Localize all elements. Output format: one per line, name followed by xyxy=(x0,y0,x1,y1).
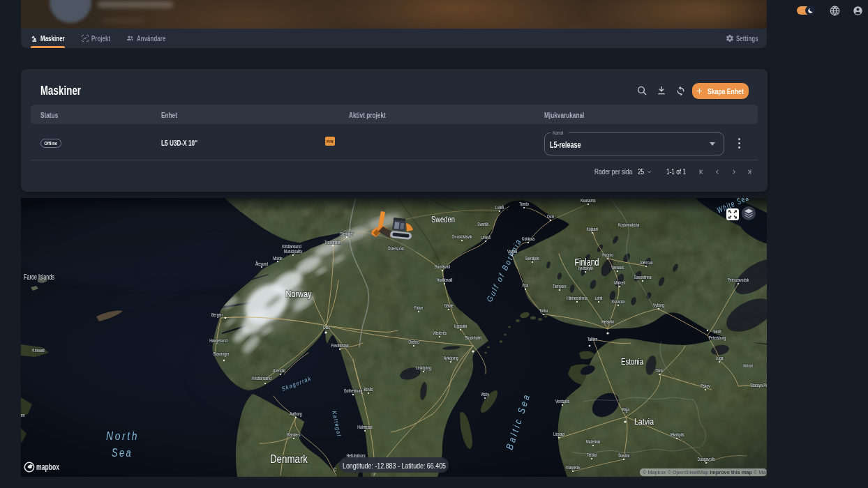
svg-text:© Mapbox © OpenStreetMap Impro: © Mapbox © OpenStreetMap Improve this ma… xyxy=(643,469,767,475)
svg-text:Molde: Molde xyxy=(273,256,283,261)
svg-text:Oslo: Oslo xyxy=(323,324,331,330)
svg-text:Steinkjer: Steinkjer xyxy=(340,231,354,237)
svg-text:Örebro: Örebro xyxy=(408,340,419,344)
svg-text:Bergen: Bergen xyxy=(211,312,223,318)
svg-text:Jēkabpils: Jēkabpils xyxy=(670,432,684,438)
svg-text:Luga: Luga xyxy=(715,356,723,361)
svg-text:Luleå: Luleå xyxy=(495,205,504,210)
svg-text:Daugavpils: Daugavpils xyxy=(698,457,715,462)
svg-text:Petrozavodsk: Petrozavodsk xyxy=(728,277,749,282)
svg-text:Stockholm: Stockholm xyxy=(465,335,481,341)
svg-text:Kirkwall: Kirkwall xyxy=(32,348,45,353)
svg-text:Riga: Riga xyxy=(622,406,630,413)
svg-text:Tornio: Tornio xyxy=(519,201,529,206)
svg-text:Östersund: Östersund xyxy=(387,246,403,251)
svg-text:Kristiansand: Kristiansand xyxy=(252,376,271,381)
svg-text:mapbox: mapbox xyxy=(36,462,59,472)
svg-text:Tartu: Tartu xyxy=(655,368,663,373)
svg-text:Sundsvall: Sundsvall xyxy=(435,264,450,269)
svg-text:Trondheim: Trondheim xyxy=(324,240,341,245)
svg-text:Oulu: Oulu xyxy=(547,214,555,219)
svg-text:Telšiai: Telšiai xyxy=(587,452,597,457)
svg-text:Falun: Falun xyxy=(414,305,424,310)
svg-text:North: North xyxy=(106,430,139,442)
svg-text:Denmark: Denmark xyxy=(270,453,308,465)
svg-text:Staraya Russa: Staraya Russa xyxy=(750,383,767,388)
svg-text:Pskov: Pskov xyxy=(701,383,710,388)
svg-text:Kristiansund: Kristiansund xyxy=(282,244,301,249)
svg-text:Fredrikstad: Fredrikstad xyxy=(331,343,348,348)
svg-text:Linköping: Linköping xyxy=(416,365,431,371)
svg-text:Visby: Visby xyxy=(481,392,490,397)
svg-text:Ålesund: Ålesund xyxy=(255,261,268,266)
svg-text:C: C xyxy=(334,466,336,473)
svg-text:Västerås: Västerås xyxy=(433,330,447,335)
svg-text:Vyborg: Vyborg xyxy=(653,303,664,308)
svg-text:Latvia: Latvia xyxy=(634,416,654,427)
svg-text:Halmstad: Halmstad xyxy=(357,425,372,429)
svg-text:Estonia: Estonia xyxy=(621,357,643,367)
svg-text:Municipality: Municipality xyxy=(284,249,303,254)
svg-text:Lahti: Lahti xyxy=(595,296,603,300)
svg-text:Sea: Sea xyxy=(112,447,133,459)
svg-text:Klaipėda: Klaipėda xyxy=(566,465,580,471)
svg-text:Mikkeli: Mikkeli xyxy=(614,280,625,285)
svg-text:Norway: Norway xyxy=(286,289,312,299)
svg-text:Kostomuksha: Kostomuksha xyxy=(618,222,640,227)
svg-text:Turku: Turku xyxy=(539,308,548,313)
svg-text:Haugesund: Haugesund xyxy=(209,338,227,344)
svg-text:Hudiksvall: Hudiksvall xyxy=(437,277,453,282)
svg-text:Faroe Islands: Faroe Islands xyxy=(24,273,54,281)
svg-text:Svartlä: Svartlä xyxy=(477,222,488,227)
svg-text:Mažeikiai: Mažeikiai xyxy=(586,439,601,444)
svg-text:Kouvola: Kouvola xyxy=(612,299,624,304)
svg-text:Saint: Saint xyxy=(713,329,721,334)
svg-text:Tallinn: Tallinn xyxy=(588,337,598,342)
svg-text:Petersburg: Petersburg xyxy=(709,335,726,341)
svg-text:Joensuu: Joensuu xyxy=(640,260,653,265)
svg-text:Savonlinna: Savonlinna xyxy=(634,275,652,280)
svg-text:Gothenburg: Gothenburg xyxy=(344,388,363,394)
svg-text:Aalborg: Aalborg xyxy=(290,411,301,417)
svg-text:Varkaus: Varkaus xyxy=(611,265,624,270)
svg-text:en: en xyxy=(21,413,25,418)
svg-text:Ventspils: Ventspils xyxy=(555,399,570,404)
svg-text:Sweden: Sweden xyxy=(431,214,455,224)
svg-text:Pori: Pori xyxy=(523,283,529,288)
svg-text:Uppsala: Uppsala xyxy=(454,323,467,329)
svg-text:Kuopio: Kuopio xyxy=(602,252,613,258)
svg-text:Longtitude: -12.883 - Latitude: Longtitude: -12.883 - Latitude: 66.405 xyxy=(343,462,446,470)
svg-text:Umeå: Umeå xyxy=(481,235,491,240)
svg-text:Randers: Randers xyxy=(287,432,301,437)
svg-text:Arendal: Arendal xyxy=(273,368,285,373)
svg-text:Helsinki: Helsinki xyxy=(601,319,614,325)
svg-text:Liepaja: Liepaja xyxy=(553,432,564,437)
svg-text:Stavanger: Stavanger xyxy=(214,351,230,357)
svg-text:Nyköping: Nyköping xyxy=(444,356,458,361)
svg-text:Örnsköldsvik: Örnsköldsvik xyxy=(452,234,472,239)
svg-text:Seinäjoki: Seinäjoki xyxy=(525,256,540,261)
svg-text:Kuusamo: Kuusamo xyxy=(581,198,595,203)
svg-text:Kokkola: Kokkola xyxy=(522,236,534,241)
svg-text:Tampere: Tampere xyxy=(553,284,567,289)
svg-text:Kajaani: Kajaani xyxy=(587,227,599,232)
svg-text:Gävle: Gävle xyxy=(444,303,453,308)
svg-text:Šiauliai: Šiauliai xyxy=(618,452,630,458)
svg-text:Borås: Borås xyxy=(364,387,373,392)
svg-text:Hämeenlinna: Hämeenlinna xyxy=(567,296,588,300)
svg-text:Jyväskylä: Jyväskylä xyxy=(578,266,593,271)
